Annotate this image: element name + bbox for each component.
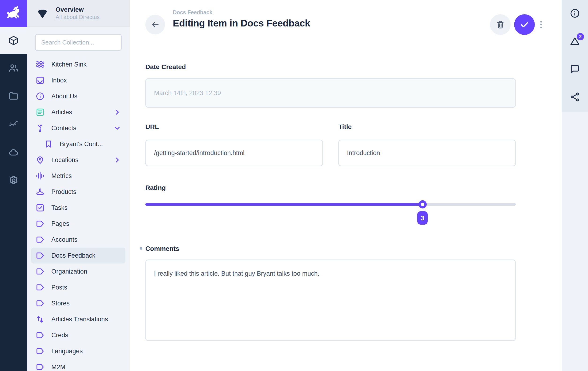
app-window: Overview All about Directus Kitchen Sink… bbox=[0, 0, 588, 371]
collection-nav-list: Kitchen SinkInboxAbout UsArticlesContact… bbox=[27, 56, 130, 371]
module-insights-button[interactable] bbox=[0, 110, 27, 138]
url-label: URL bbox=[145, 123, 159, 131]
module-box-button[interactable] bbox=[0, 27, 27, 54]
module-cloud-button[interactable] bbox=[0, 138, 27, 166]
directus-logo[interactable] bbox=[0, 0, 27, 27]
date-created-field[interactable] bbox=[145, 78, 516, 108]
sidebar-item-kitchen-sink[interactable]: Kitchen Sink bbox=[31, 56, 126, 72]
comments-label: Comments bbox=[145, 245, 179, 252]
save-item-button[interactable] bbox=[514, 14, 535, 35]
sidebar-item-products[interactable]: Products bbox=[31, 184, 126, 200]
sidebar-share-button[interactable] bbox=[569, 91, 580, 102]
directus-rabbit-icon bbox=[5, 5, 22, 22]
sidebar-item-creds[interactable]: Creds bbox=[31, 327, 126, 343]
notification-count-badge: 2 bbox=[577, 33, 584, 40]
project-header-text: Overview All about Directus bbox=[56, 6, 100, 21]
sidebar-item-label: Docs Feedback bbox=[51, 252, 95, 259]
insights-icon bbox=[8, 119, 19, 130]
sidebar-item-articles[interactable]: Articles bbox=[31, 104, 126, 120]
sidebar-item-about-us[interactable]: About Us bbox=[31, 88, 126, 104]
sidebar-item-label: Creds bbox=[51, 332, 68, 339]
sidebar-item-label: Stores bbox=[51, 300, 70, 307]
sidebar-item-label: Metrics bbox=[51, 172, 72, 180]
sidebar-item-inbox[interactable]: Inbox bbox=[31, 72, 126, 88]
title-field[interactable] bbox=[338, 140, 516, 166]
sidebar-item-pages[interactable]: Pages bbox=[31, 216, 126, 232]
sidebar-comment-button[interactable] bbox=[569, 64, 580, 74]
chevron-down-icon[interactable] bbox=[113, 124, 121, 132]
sidebar-item-label: Articles bbox=[51, 109, 72, 116]
label-icon bbox=[35, 299, 45, 308]
sidebar-item-label: Products bbox=[51, 188, 76, 196]
project-header[interactable]: Overview All about Directus bbox=[27, 0, 130, 27]
sidebar-item-contacts[interactable]: Contacts bbox=[31, 120, 126, 136]
module-gear-button[interactable] bbox=[0, 166, 27, 194]
sidebar-item-label: Accounts bbox=[51, 236, 77, 243]
comments-field[interactable]: I really liked this article. But that gu… bbox=[145, 260, 516, 341]
label-icon bbox=[35, 331, 45, 340]
people-icon bbox=[8, 62, 19, 73]
sidebar-item-accounts[interactable]: Accounts bbox=[31, 232, 126, 248]
bookmark-icon bbox=[44, 139, 53, 149]
check-icon bbox=[519, 19, 530, 30]
task-icon bbox=[35, 203, 45, 212]
sidebar-item-label: Contacts bbox=[51, 125, 76, 132]
person-wave-icon bbox=[35, 123, 45, 133]
date-created-label: Date Created bbox=[145, 63, 186, 71]
label-icon bbox=[35, 283, 45, 292]
sidebar-item-languages[interactable]: Languages bbox=[31, 343, 126, 359]
more-options-button[interactable] bbox=[536, 16, 546, 33]
rating-slider[interactable]: 3 bbox=[145, 203, 516, 206]
sidebar-item-m2m[interactable]: M2M bbox=[31, 359, 126, 371]
sidebar-item-organization[interactable]: Organization bbox=[31, 263, 126, 280]
sidebar-item-label: Pages bbox=[51, 220, 69, 227]
project-fan-icon bbox=[36, 7, 49, 20]
box-icon bbox=[8, 35, 19, 46]
hanger-icon bbox=[35, 187, 45, 197]
collection-search bbox=[35, 34, 122, 51]
waves-icon bbox=[35, 60, 45, 69]
rating-label: Rating bbox=[145, 184, 166, 191]
sidebar-item-locations[interactable]: Locations bbox=[31, 152, 126, 168]
module-folder-button[interactable] bbox=[0, 82, 27, 110]
inbox-icon bbox=[35, 76, 45, 85]
label-icon bbox=[35, 219, 45, 228]
sidebar-item-tasks[interactable]: Tasks bbox=[31, 200, 126, 216]
sidebar-revisions-button[interactable]: 2 bbox=[569, 36, 580, 47]
item-edit-form: Date Created URL Title Rating 3 Comments… bbox=[145, 0, 516, 371]
article-icon bbox=[35, 108, 45, 117]
module-people-button[interactable] bbox=[0, 54, 27, 82]
collection-search-input[interactable] bbox=[36, 39, 121, 46]
swap-vert-icon bbox=[35, 315, 45, 324]
sidebar-item-label: Locations bbox=[51, 156, 79, 164]
place-icon bbox=[35, 155, 45, 165]
sidebar-item-label: Languages bbox=[51, 348, 83, 355]
graphic-eq-icon bbox=[35, 171, 45, 180]
sidebar-item-stores[interactable]: Stores bbox=[31, 295, 126, 311]
right-sidebar-icons: 2 bbox=[562, 0, 588, 112]
main-content: Docs Feedback Editing Item in Docs Feedb… bbox=[130, 0, 562, 371]
folder-icon bbox=[8, 91, 19, 101]
project-subtitle: All about Directus bbox=[56, 14, 100, 20]
label-icon bbox=[35, 346, 45, 356]
url-field[interactable] bbox=[145, 140, 323, 166]
sidebar-info-button[interactable] bbox=[569, 8, 580, 19]
edited-indicator-dot bbox=[140, 247, 142, 250]
sidebar-item-label: Kitchen Sink bbox=[51, 61, 86, 68]
sidebar-item-label: Organization bbox=[51, 268, 87, 275]
sidebar-item-metrics[interactable]: Metrics bbox=[31, 168, 126, 184]
sidebar-item-docs-feedback[interactable]: Docs Feedback bbox=[31, 248, 126, 263]
module-bar-items bbox=[0, 27, 27, 194]
sidebar-item-posts[interactable]: Posts bbox=[31, 280, 126, 295]
sidebar-item-label: M2M bbox=[51, 363, 65, 371]
more-vert-icon bbox=[536, 17, 546, 32]
sidebar-item-articles-translations[interactable]: Articles Translations bbox=[31, 311, 126, 327]
rating-slider-knob[interactable] bbox=[419, 200, 427, 209]
sidebar-item-label: Inbox bbox=[51, 77, 67, 84]
sidebar-item-bryant-s-cont[interactable]: Bryant's Cont... bbox=[31, 136, 126, 152]
chevron-right-icon[interactable] bbox=[113, 156, 121, 164]
chevron-right-icon[interactable] bbox=[113, 108, 121, 116]
comment-icon bbox=[569, 64, 580, 74]
sidebar-item-label: Posts bbox=[51, 284, 67, 291]
cloud-icon bbox=[8, 147, 19, 158]
